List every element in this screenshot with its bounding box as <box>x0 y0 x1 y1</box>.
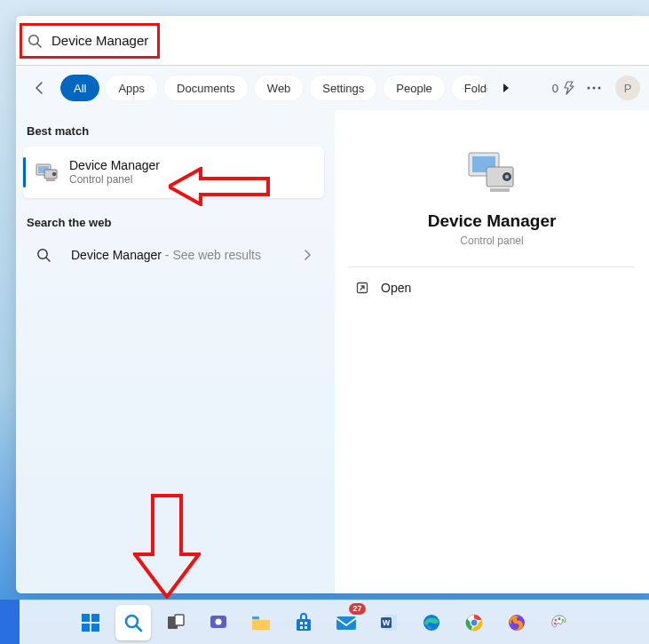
detail-panel: Device Manager Control panel Open <box>335 110 649 593</box>
svg-point-8 <box>52 172 56 176</box>
svg-rect-20 <box>91 614 99 622</box>
svg-rect-35 <box>336 616 356 630</box>
teams-chat-button[interactable] <box>201 605 236 640</box>
detail-title: Device Manager <box>428 211 557 231</box>
results-left-column: Best match Device Manager Control panel … <box>16 110 331 593</box>
taskbar: 27 W <box>0 600 649 644</box>
svg-line-24 <box>136 625 141 631</box>
svg-point-28 <box>215 618 221 624</box>
svg-point-45 <box>558 617 560 620</box>
svg-rect-33 <box>300 626 303 629</box>
filter-web[interactable]: Web <box>254 75 305 101</box>
svg-rect-22 <box>91 624 99 632</box>
back-button[interactable] <box>25 73 55 103</box>
open-icon <box>354 280 370 296</box>
svg-point-4 <box>598 87 601 90</box>
microsoft-store-button[interactable] <box>286 605 321 640</box>
web-result-query: Device Manager <box>71 248 162 262</box>
svg-rect-21 <box>82 624 90 632</box>
file-explorer-button[interactable] <box>243 605 279 640</box>
svg-point-47 <box>553 622 556 624</box>
search-row <box>16 16 649 66</box>
web-result-text: Device Manager - See web results <box>71 248 292 262</box>
results-body: Best match Device Manager Control panel … <box>16 110 649 593</box>
svg-rect-31 <box>300 622 303 624</box>
svg-line-1 <box>37 44 41 47</box>
firefox-button[interactable] <box>499 605 534 640</box>
device-manager-icon <box>36 161 59 184</box>
start-search-panel: All Apps Documents Web Settings People F… <box>16 16 649 593</box>
taskbar-accent <box>0 600 20 644</box>
web-result-hint: - See web results <box>162 248 261 262</box>
svg-point-42 <box>471 619 478 626</box>
filter-settings[interactable]: Settings <box>309 75 377 101</box>
svg-point-3 <box>593 87 596 90</box>
mail-button[interactable]: 27 <box>328 605 364 640</box>
search-input[interactable] <box>51 33 638 48</box>
web-result-row[interactable]: Device Manager - See web results <box>23 238 324 272</box>
svg-rect-32 <box>305 622 307 624</box>
filter-people[interactable]: People <box>383 75 445 101</box>
start-button[interactable] <box>73 605 108 640</box>
svg-rect-9 <box>46 179 55 181</box>
chrome-button[interactable] <box>456 605 492 640</box>
rewards-counter[interactable]: 0 <box>552 81 576 95</box>
filter-apps[interactable]: Apps <box>105 75 158 101</box>
svg-point-2 <box>588 87 590 90</box>
detail-subtitle: Control panel <box>460 235 523 247</box>
filter-documents[interactable]: Documents <box>163 75 249 101</box>
paint-button[interactable] <box>542 605 577 640</box>
svg-point-44 <box>554 618 557 621</box>
best-match-label: Best match <box>23 121 324 147</box>
svg-rect-26 <box>175 615 184 625</box>
svg-rect-30 <box>297 619 311 631</box>
edge-button[interactable] <box>414 605 449 640</box>
filter-all[interactable]: All <box>60 75 99 101</box>
open-action[interactable]: Open <box>349 267 635 308</box>
best-match-title: Device Manager <box>69 157 160 173</box>
best-match-text: Device Manager Control panel <box>69 157 160 187</box>
svg-rect-34 <box>305 626 307 629</box>
device-manager-icon-large <box>465 146 518 199</box>
svg-point-16 <box>505 175 509 179</box>
svg-rect-17 <box>490 188 510 192</box>
search-web-label: Search the web <box>23 212 324 238</box>
chevron-right-icon <box>303 249 312 261</box>
more-button[interactable] <box>582 76 606 100</box>
best-match-result[interactable]: Device Manager Control panel <box>23 147 324 198</box>
mail-badge: 27 <box>349 603 365 615</box>
task-view-button[interactable] <box>158 605 194 640</box>
open-label: Open <box>381 281 411 295</box>
filter-row: All Apps Documents Web Settings People F… <box>16 66 649 110</box>
taskbar-search-button[interactable] <box>115 605 151 640</box>
svg-rect-29 <box>252 616 259 619</box>
svg-text:W: W <box>382 618 390 627</box>
rewards-count: 0 <box>552 82 558 95</box>
svg-rect-19 <box>82 614 90 622</box>
best-match-subtitle: Control panel <box>69 173 160 187</box>
search-icon <box>27 33 43 49</box>
user-avatar[interactable]: P <box>615 76 640 100</box>
search-icon <box>36 247 51 263</box>
word-button[interactable]: W <box>371 605 407 640</box>
svg-line-11 <box>46 258 50 261</box>
filter-folders[interactable]: Folders <box>451 75 488 101</box>
svg-point-46 <box>561 618 564 621</box>
scroll-filters-right[interactable] <box>494 76 518 100</box>
